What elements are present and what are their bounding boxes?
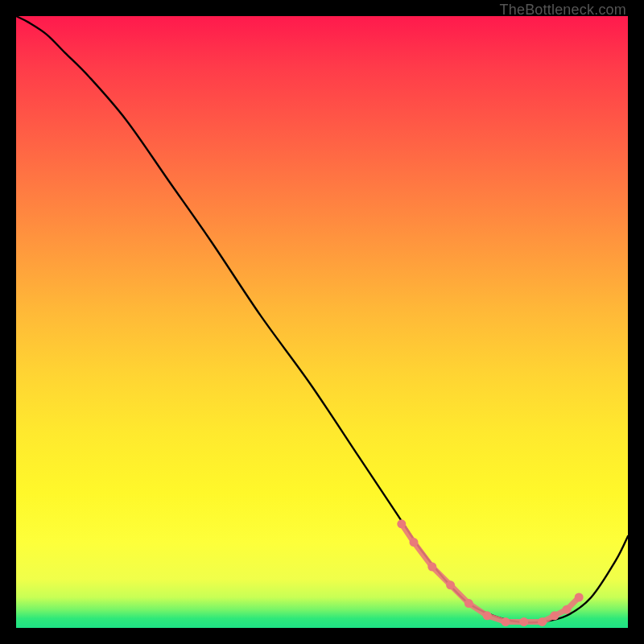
highlight-dot [550,611,559,620]
plot-area [16,16,628,628]
highlight-dot [397,519,406,528]
highlight-dot [427,563,436,572]
highlight-dot [538,617,547,626]
highlight-dot [483,611,492,620]
highlight-dot [575,593,584,602]
highlight-dots [397,519,583,626]
highlight-stroke [402,524,579,622]
chart-frame: TheBottleneck.com [0,0,644,644]
highlight-dot [464,599,473,608]
highlight-dot [519,617,528,626]
chart-svg [16,16,628,628]
highlight-dot [446,580,455,589]
highlight-dot [502,617,510,626]
main-curve [16,16,628,622]
highlight-dot [563,605,572,614]
highlight-dot [410,538,419,547]
